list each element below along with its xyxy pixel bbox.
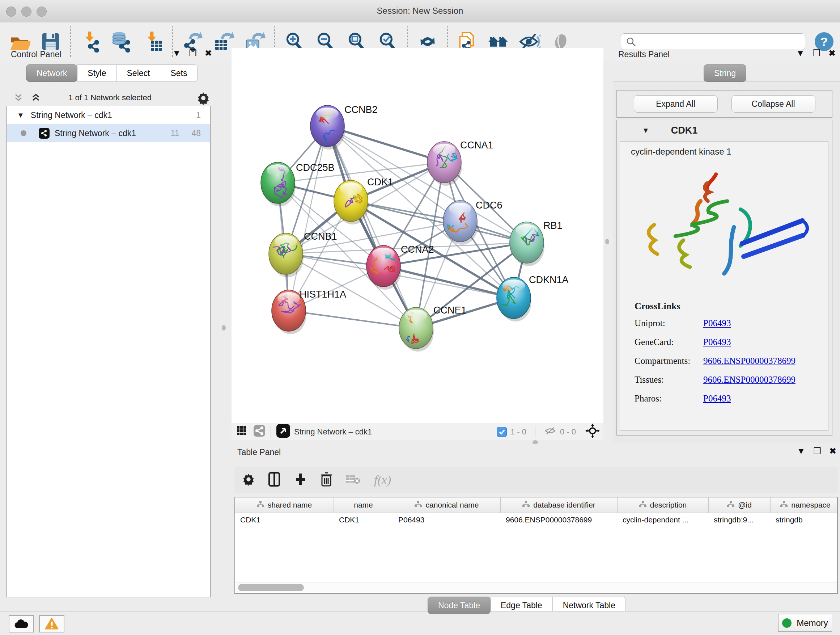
network-view-toolbar: String Network – cdk1 1 - 0 0 - 0 — [232, 423, 603, 440]
function-builder-icon: f(x) — [374, 473, 391, 487]
grid-view-icon[interactable] — [237, 426, 247, 438]
column-label: database identifier — [533, 501, 595, 509]
crosslink-link[interactable]: P06493 — [703, 394, 731, 404]
cloud-icon — [14, 619, 28, 629]
cell-namespace[interactable]: stringdb — [771, 513, 838, 527]
panel-float-icon[interactable]: ❒ — [813, 447, 821, 455]
protein-expander-icon[interactable]: ▼ — [642, 126, 649, 135]
right-splitter-handle[interactable] — [605, 239, 609, 244]
status-bar: Memory — [0, 611, 840, 635]
column-header-namespace[interactable]: namespace — [771, 497, 838, 513]
panel-menu-icon[interactable]: ▼ — [797, 447, 806, 455]
warning-icon — [45, 618, 58, 630]
column-header-@id[interactable]: @id — [709, 497, 771, 513]
node-CCNA1[interactable]: CCNA1 — [427, 140, 493, 186]
node-HIST1H1A[interactable]: HIST1H1A — [272, 289, 346, 334]
tab-select[interactable]: Select — [117, 65, 161, 82]
protein-section: ▼ CDK1 cyclin-dependent kinase 1 — [616, 120, 832, 435]
cell-@id[interactable]: stringdb:9... — [709, 513, 771, 527]
search-input[interactable] — [621, 33, 805, 50]
collapse-all-button[interactable]: Collapse All — [731, 95, 815, 112]
panel-menu-icon[interactable]: ▼ — [172, 49, 181, 57]
expand-all-button[interactable]: Expand All — [634, 95, 718, 112]
collection-expander-icon[interactable]: ▼ — [17, 111, 24, 119]
cell-description[interactable]: cyclin-dependent ... — [617, 513, 709, 527]
table-header-row: shared namenamecanonical namedatabase id… — [235, 497, 837, 513]
panel-float-icon[interactable]: ❒ — [813, 49, 821, 57]
panel-menu-icon[interactable]: ▼ — [796, 49, 805, 57]
tab-node-table[interactable]: Node Table — [428, 597, 491, 614]
crosslink-row: Uniprot:P06493 — [635, 318, 796, 328]
network-share-icon[interactable] — [253, 424, 265, 439]
warnings-button[interactable] — [39, 615, 65, 632]
panel-close-icon[interactable]: ✖ — [205, 49, 212, 57]
node-label-HIST1H1A: HIST1H1A — [300, 289, 346, 300]
edge-CCNB2-HIST1H1A[interactable] — [289, 126, 327, 310]
column-header-canonical-name[interactable]: canonical name — [393, 497, 501, 513]
left-splitter-handle[interactable] — [222, 325, 226, 331]
tab-network[interactable]: Network — [26, 65, 77, 82]
panel-close-icon[interactable]: ✖ — [829, 49, 836, 57]
network-collection-row[interactable]: ▼ String Network – cdk1 1 — [7, 106, 210, 124]
node-label-CCNA2: CCNA2 — [401, 244, 434, 255]
column-header-shared-name[interactable]: shared name — [235, 497, 334, 513]
network-selected-count: 1 of 1 Network selected — [3, 93, 217, 103]
node-CCNB1[interactable]: CCNB1 — [269, 231, 337, 277]
node-CDKN1A[interactable]: CDKN1A — [497, 274, 569, 321]
pan-crosshair-icon[interactable] — [585, 424, 600, 440]
collection-name: String Network – cdk1 — [31, 111, 112, 120]
edge-HIST1H1A-CCNE1[interactable] — [289, 310, 416, 328]
table-row[interactable]: CDK1CDK1P064939606.ENSP00000378699cyclin… — [235, 513, 837, 527]
network-view-panel: CCNB2CCNA1CDC25BCDK1CDC6RB1CCNB1CCNA2CDK… — [232, 48, 603, 440]
node-highlight — [267, 165, 289, 177]
node-highlight — [515, 224, 538, 236]
column-header-name[interactable]: name — [334, 497, 393, 513]
column-label: canonical name — [425, 501, 478, 509]
column-header-database-identifier[interactable]: database identifier — [501, 497, 617, 513]
create-column-icon[interactable] — [294, 472, 307, 488]
node-highlight — [449, 203, 471, 215]
tab-style[interactable]: Style — [77, 65, 117, 82]
crosslink-link[interactable]: 9606.ENSP00000378699 — [703, 375, 796, 385]
node-highlight — [278, 292, 300, 304]
node-CDK1[interactable]: CDK1 — [334, 177, 393, 225]
crosslink-link[interactable]: P06493 — [703, 337, 731, 347]
node-CCNE1[interactable]: CCNE1 — [399, 305, 467, 352]
table-panel: Table Panel ▼ ❒ ✖ f(x) shared — [234, 446, 840, 613]
network-options-gear-icon[interactable] — [197, 92, 210, 106]
crosslink-link[interactable]: P06493 — [703, 318, 731, 328]
bottom-splitter-handle[interactable] — [532, 440, 538, 444]
node-label-CCNB1: CCNB1 — [304, 231, 337, 242]
birds-eye-view-icon[interactable] — [276, 424, 291, 440]
node-RB1[interactable]: RB1 — [510, 220, 562, 266]
panel-float-icon[interactable]: ❒ — [189, 49, 197, 57]
table-hscrollbar[interactable] — [236, 583, 838, 592]
panel-close-icon[interactable]: ✖ — [829, 447, 836, 455]
cell-name[interactable]: CDK1 — [334, 513, 393, 527]
cloud-button[interactable] — [9, 615, 34, 632]
network-list-header: 1 of 1 Network selected — [3, 91, 217, 105]
delete-column-icon[interactable] — [321, 472, 332, 488]
column-tree-icon — [415, 501, 422, 509]
node-label-CDC6: CDC6 — [476, 200, 502, 211]
hidden-eye-icon — [544, 426, 556, 438]
control-panel-tabs: NetworkStyleSelectSets — [27, 65, 197, 82]
title-bar: Session: New Session — [0, 0, 840, 23]
tab-sets[interactable]: Sets — [160, 65, 197, 82]
table-hscrollbar-thumb[interactable] — [238, 584, 304, 591]
selected-checkbox-icon[interactable] — [497, 427, 507, 437]
tab-string[interactable]: String — [704, 65, 746, 82]
memory-button[interactable]: Memory — [778, 614, 832, 632]
string-network-icon — [39, 128, 50, 139]
node-highlight — [405, 310, 427, 322]
table-options-gear-icon[interactable] — [242, 473, 255, 487]
network-row[interactable]: String Network – cdk1 11 48 — [7, 124, 210, 142]
show-columns-icon[interactable] — [268, 472, 281, 488]
cell-shared-name[interactable]: CDK1 — [235, 513, 334, 527]
network-canvas[interactable]: CCNB2CCNA1CDC25BCDK1CDC6RB1CCNB1CCNA2CDK… — [232, 48, 603, 423]
column-header-description[interactable]: description — [617, 497, 709, 513]
cell-database-identifier[interactable]: 9606.ENSP00000378699 — [501, 513, 617, 527]
node-CDC25B[interactable]: CDC25B — [261, 162, 335, 206]
crosslink-link[interactable]: 9606.ENSP00000378699 — [703, 356, 796, 366]
cell-canonical-name[interactable]: P06493 — [393, 513, 501, 527]
